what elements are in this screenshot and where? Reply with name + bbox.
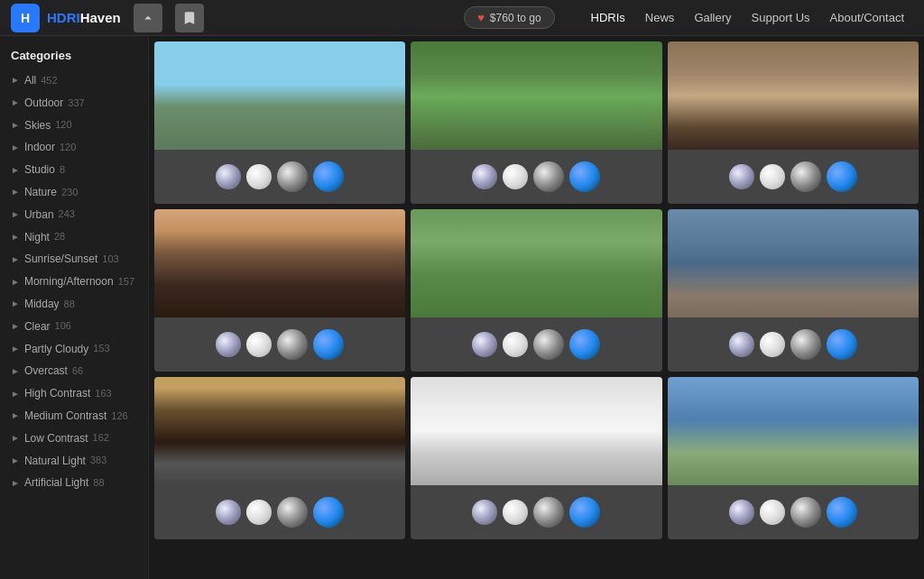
logo-text: HDRIHaven — [47, 10, 121, 25]
sphere-3 — [569, 497, 600, 528]
hdri-panorama — [668, 41, 919, 150]
sidebar-item-all[interactable]: ►All452 — [0, 69, 148, 92]
hdri-card[interactable] — [154, 41, 405, 204]
sidebar-label: High Contrast — [24, 386, 90, 401]
sidebar-item-sunrise-sunset[interactable]: ►Sunrise/Sunset103 — [0, 248, 148, 271]
nav-news[interactable]: News — [636, 5, 684, 30]
sphere-3 — [827, 329, 857, 360]
sphere-2 — [533, 497, 564, 528]
nav-gallery[interactable]: Gallery — [685, 5, 740, 30]
hdri-spheres — [411, 485, 661, 539]
sidebar-label: Indoor — [24, 140, 55, 155]
hdri-spheres — [668, 485, 919, 539]
sidebar-item-partly-cloudy[interactable]: ►Partly Cloudy153 — [0, 338, 148, 361]
nav-hdris[interactable]: HDRIs — [582, 5, 634, 30]
sidebar-item-high-contrast[interactable]: ►High Contrast163 — [0, 382, 148, 405]
sidebar-item-morning-afternoon[interactable]: ►Morning/Afternoon157 — [0, 271, 148, 293]
sidebar-title: Categories — [0, 45, 148, 69]
sidebar-item-nature[interactable]: ►Nature230 — [0, 181, 148, 204]
sphere-0 — [729, 500, 754, 525]
sidebar-item-outdoor[interactable]: ►Outdoor337 — [0, 92, 148, 115]
sidebar-label: Outdoor — [24, 96, 63, 111]
arrow-icon: ► — [11, 343, 20, 355]
hdri-panorama — [154, 377, 405, 485]
sidebar-item-urban[interactable]: ►Urban243 — [0, 204, 148, 226]
sidebar-item-midday[interactable]: ►Midday88 — [0, 293, 148, 316]
sidebar-count: 106 — [55, 319, 71, 333]
sphere-1 — [503, 500, 528, 525]
sidebar-item-low-contrast[interactable]: ►Low Contrast162 — [0, 427, 148, 450]
sidebar-count: 103 — [102, 253, 118, 266]
arrow-icon: ► — [11, 253, 20, 266]
sphere-2 — [277, 161, 308, 192]
sidebar-label: Natural Light — [24, 454, 86, 469]
sidebar-label: Overcast — [24, 363, 68, 379]
hdri-card[interactable] — [668, 377, 919, 539]
hdri-spheres — [154, 485, 405, 539]
hdri-card[interactable] — [154, 209, 405, 372]
sphere-0 — [729, 332, 754, 357]
hdri-panorama — [411, 377, 661, 485]
sphere-2 — [277, 329, 308, 360]
logo-icon: H — [11, 4, 40, 32]
sidebar-count: 8 — [60, 163, 65, 177]
arrow-icon: ► — [11, 142, 20, 154]
sphere-0 — [729, 164, 754, 189]
sphere-3 — [827, 161, 857, 192]
sidebar-item-natural-light[interactable]: ►Natural Light383 — [0, 450, 148, 473]
hdri-spheres — [668, 150, 919, 204]
arrow-icon: ► — [11, 231, 20, 244]
hdri-card[interactable] — [411, 41, 661, 204]
sidebar-label: Midday — [24, 297, 60, 312]
sidebar-label: Nature — [24, 185, 57, 200]
sidebar-label: Low Contrast — [24, 431, 88, 446]
arrow-icon: ► — [11, 388, 20, 400]
hdri-card[interactable] — [154, 377, 405, 539]
hdri-grid — [154, 41, 919, 539]
sphere-3 — [827, 497, 857, 528]
hdri-panorama — [668, 209, 919, 317]
sidebar-label: All — [24, 73, 36, 88]
sidebar-count: 230 — [61, 186, 78, 199]
sidebar-item-artificial-light[interactable]: ►Artificial Light88 — [0, 472, 148, 494]
sidebar-count: 120 — [60, 141, 76, 154]
sidebar-item-medium-contrast[interactable]: ►Medium Contrast126 — [0, 405, 148, 427]
hdri-card[interactable] — [411, 377, 661, 539]
sidebar-count: 452 — [41, 74, 57, 87]
sidebar-item-clear[interactable]: ►Clear106 — [0, 316, 148, 338]
sphere-2 — [790, 161, 821, 192]
sphere-2 — [790, 497, 821, 528]
up-icon[interactable] — [134, 4, 162, 32]
sphere-1 — [760, 164, 785, 189]
sidebar-item-skies[interactable]: ►Skies120 — [0, 115, 148, 137]
nav-links: HDRIs News Gallery Support Us About/Cont… — [582, 5, 913, 30]
sidebar-count: 243 — [59, 207, 75, 221]
sidebar-item-indoor[interactable]: ►Indoor120 — [0, 136, 148, 159]
hdri-spheres — [154, 317, 405, 372]
nav-support[interactable]: Support Us — [743, 5, 819, 30]
hdri-card[interactable] — [411, 209, 661, 372]
sidebar-label: Clear — [24, 319, 51, 335]
bookmark-icon[interactable] — [175, 4, 204, 32]
arrow-icon: ► — [11, 276, 20, 289]
sphere-0 — [216, 164, 241, 189]
sidebar-item-night[interactable]: ►Night28 — [0, 226, 148, 249]
hdri-card[interactable] — [668, 209, 919, 372]
sidebar-count: 66 — [72, 364, 83, 378]
arrow-icon: ► — [11, 409, 20, 422]
sidebar-item-studio[interactable]: ►Studio8 — [0, 159, 148, 181]
sphere-1 — [246, 500, 272, 525]
hdri-card[interactable] — [668, 41, 919, 204]
nav-about[interactable]: About/Contact — [821, 5, 913, 30]
sphere-2 — [790, 329, 821, 360]
sidebar-label: Partly Cloudy — [24, 342, 88, 357]
hdri-panorama — [154, 41, 405, 150]
arrow-icon: ► — [11, 320, 20, 333]
sphere-2 — [533, 161, 564, 192]
hdri-panorama — [411, 209, 661, 317]
logo-area: H HDRIHaven — [11, 4, 121, 32]
arrow-icon: ► — [11, 164, 20, 177]
sidebar-item-overcast[interactable]: ►Overcast66 — [0, 360, 148, 382]
sidebar-count: 162 — [93, 431, 109, 445]
arrow-icon: ► — [11, 432, 20, 445]
